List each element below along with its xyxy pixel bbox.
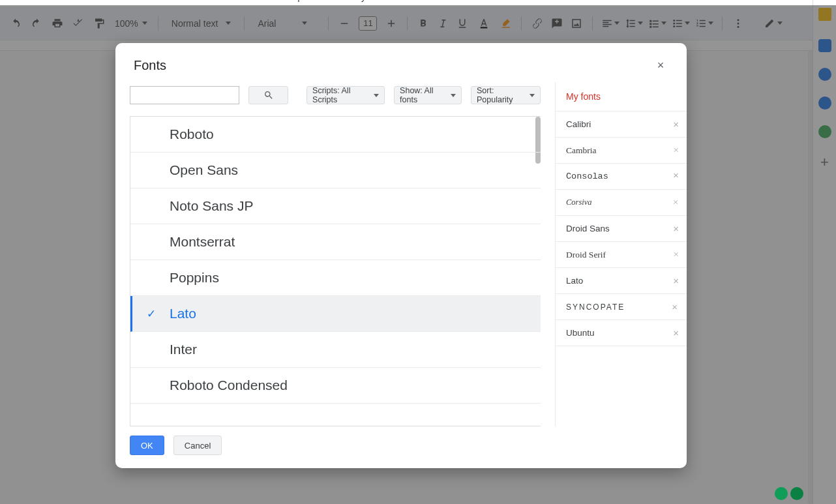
font-option[interactable]: Roboto Condensed	[130, 368, 541, 404]
font-option[interactable]: Poppins	[130, 260, 541, 296]
remove-font-button[interactable]: ×	[673, 327, 679, 338]
menu-insert[interactable]: Insert	[108, 0, 129, 2]
my-font-item[interactable]: Syncopate×	[556, 294, 687, 320]
my-fonts-header: My fonts	[556, 82, 687, 111]
grammarly-badge-icon[interactable]	[790, 487, 803, 500]
my-font-item[interactable]: Consolas×	[556, 164, 687, 190]
remove-font-button[interactable]: ×	[674, 249, 679, 260]
explore-badge-icon[interactable]	[775, 487, 788, 500]
sort-filter[interactable]: Sort: Popularity	[471, 86, 541, 104]
font-option[interactable]: Noto Sans JP	[130, 188, 541, 224]
menu-edit[interactable]: Edit	[41, 0, 55, 2]
fonts-dialog: Fonts × Scripts: All Scripts Show: All f…	[115, 43, 687, 468]
sort-label: Sort: Popularity	[477, 86, 526, 104]
scripts-label: Scripts: All Scripts	[312, 86, 370, 104]
remove-font-button[interactable]: ×	[673, 171, 679, 182]
my-font-item[interactable]: Droid Serif×	[556, 242, 687, 268]
font-name-label: Lato	[170, 306, 196, 321]
my-font-label: Syncopate	[566, 303, 625, 312]
my-font-label: Cambria	[566, 145, 597, 156]
remove-font-button[interactable]: ×	[672, 301, 679, 312]
remove-font-button[interactable]: ×	[673, 223, 679, 234]
my-font-item[interactable]: Droid Sans×	[556, 216, 687, 242]
font-option[interactable]: ✓Lato	[130, 296, 541, 332]
menu-format[interactable]: Format	[146, 0, 173, 2]
close-button[interactable]: ×	[653, 57, 668, 73]
my-font-item[interactable]: Calibri×	[556, 111, 687, 138]
font-name-label: Open Sans	[170, 162, 238, 178]
chevron-down-icon	[451, 94, 456, 97]
my-font-item[interactable]: Ubuntu×	[556, 320, 687, 346]
font-name-label: Noto Sans JP	[170, 198, 253, 214]
check-icon: ✓	[147, 307, 156, 321]
font-option[interactable]: Inter	[130, 332, 541, 368]
my-font-label: Ubuntu	[566, 328, 595, 338]
remove-font-button[interactable]: ×	[672, 197, 679, 208]
ok-button[interactable]: OK	[130, 436, 164, 455]
my-font-label: Droid Sans	[566, 224, 610, 233]
my-font-label: Droid Serif	[566, 250, 606, 260]
my-font-label: Consolas	[566, 171, 608, 181]
chevron-down-icon	[374, 94, 379, 97]
menu-file[interactable]: File	[10, 0, 24, 2]
my-font-item[interactable]: Lato×	[556, 268, 687, 294]
remove-font-button[interactable]: ×	[674, 145, 679, 156]
font-name-label: Poppins	[170, 270, 219, 286]
dialog-title: Fonts	[134, 58, 166, 73]
floating-badges	[775, 487, 803, 500]
menu-help[interactable]: Help	[285, 0, 303, 2]
search-button[interactable]	[248, 86, 288, 104]
my-fonts-list: Calibri×Cambria×Consolas×Corsiva×Droid S…	[556, 111, 687, 346]
my-font-item[interactable]: Cambria×	[556, 138, 687, 164]
menu-view[interactable]: View	[72, 0, 91, 2]
font-option[interactable]: Montserrat	[130, 224, 541, 260]
menu-accessibility[interactable]: Accessibility	[320, 0, 366, 2]
menu-tools[interactable]: Tools	[190, 0, 209, 2]
cancel-button[interactable]: Cancel	[173, 436, 222, 455]
remove-font-button[interactable]: ×	[673, 119, 679, 130]
chevron-down-icon	[530, 94, 535, 97]
font-option[interactable]: Roboto	[130, 117, 541, 153]
my-font-label: Corsiva	[566, 198, 592, 207]
show-label: Show: All fonts	[400, 86, 447, 104]
font-name-label: Roboto	[170, 126, 214, 142]
scripts-filter[interactable]: Scripts: All Scripts	[306, 86, 385, 104]
font-list[interactable]: RobotoOpen SansNoto Sans JPMontserratPop…	[130, 116, 541, 426]
font-name-label: Montserrat	[170, 234, 235, 250]
font-search-input[interactable]	[130, 86, 239, 104]
remove-font-button[interactable]: ×	[673, 275, 679, 286]
my-font-label: Lato	[566, 276, 583, 286]
menu-extensions[interactable]: Extensions	[226, 0, 268, 2]
my-font-label: Calibri	[566, 119, 591, 129]
font-name-label: Inter	[170, 342, 197, 357]
my-font-item[interactable]: Corsiva×	[556, 190, 687, 216]
font-name-label: Roboto Condensed	[170, 378, 288, 393]
font-option[interactable]: Open Sans	[130, 153, 541, 188]
show-filter[interactable]: Show: All fonts	[394, 86, 462, 104]
